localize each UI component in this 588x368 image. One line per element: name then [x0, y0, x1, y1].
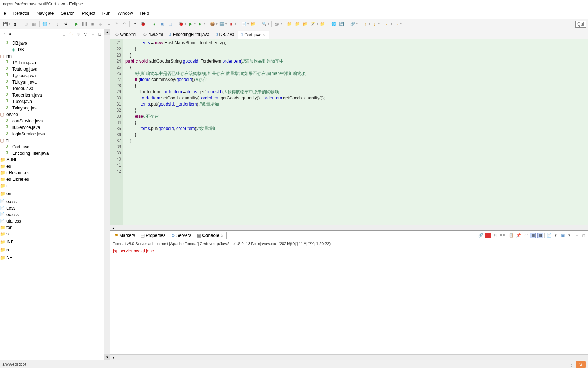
- run-icon[interactable]: ▶: [187, 21, 194, 28]
- tree-item[interactable]: JTLiuyan.java: [0, 79, 104, 85]
- next-annot-icon[interactable]: ↓: [371, 21, 378, 28]
- package-icon[interactable]: ◫: [167, 21, 174, 28]
- maximize-icon[interactable]: □: [97, 31, 102, 37]
- tree-item[interactable]: JcartService.java: [0, 118, 104, 124]
- tree-item[interactable]: 📄utai.css: [0, 218, 104, 224]
- web-icon[interactable]: 🌐: [330, 21, 337, 28]
- tree-item[interactable]: ▢ervice: [0, 111, 104, 118]
- tree-item[interactable]: JloginService.java: [0, 131, 104, 137]
- tree-item[interactable]: 📁es: [0, 163, 104, 170]
- runext-icon[interactable]: ▶: [196, 21, 204, 28]
- open-icon[interactable]: 📂: [250, 21, 257, 28]
- folder4-icon[interactable]: 📁: [319, 21, 326, 28]
- display-console-icon[interactable]: ▣: [560, 233, 566, 238]
- resume-icon[interactable]: ▶: [73, 21, 80, 28]
- tree-item[interactable]: JTxinyong.java: [0, 105, 104, 111]
- fwd-icon[interactable]: →: [393, 21, 400, 28]
- pause-icon[interactable]: ❚❚: [81, 21, 88, 28]
- browser-icon[interactable]: 🌐: [41, 21, 49, 28]
- tree-item[interactable]: 📁t Resources: [0, 170, 104, 176]
- new-pkg-icon[interactable]: 📦: [209, 21, 216, 28]
- close-console-icon[interactable]: ✕: [220, 234, 223, 238]
- minimize-icon[interactable]: －: [90, 31, 95, 37]
- tree-item[interactable]: JTorderItem.java: [0, 92, 104, 98]
- link-editor-icon[interactable]: ⇆: [68, 31, 74, 37]
- menu-window[interactable]: Window: [114, 9, 137, 17]
- prev-annot-icon[interactable]: ↑: [362, 21, 369, 28]
- folder-icon[interactable]: 📁: [286, 21, 293, 28]
- tree-item[interactable]: ▢til: [0, 137, 104, 144]
- focus-icon[interactable]: ⊕: [75, 31, 81, 37]
- quick-access[interactable]: Qui: [575, 21, 586, 28]
- tab-markers[interactable]: ⚑Markers: [111, 232, 138, 239]
- sidebar-scrollbar[interactable]: ▴ ▾: [104, 29, 110, 360]
- editor-tab[interactable]: <>web.xml: [111, 30, 140, 39]
- console-output[interactable]: jsp servlet mysql jdbc: [110, 248, 588, 354]
- code-editor[interactable]: 2122232425262728293031323334353637383940…: [110, 39, 588, 225]
- save-all-icon[interactable]: 🗎: [11, 21, 18, 28]
- file-tree[interactable]: JDB.java◉DB▢rmJTAdmin.javaJTcatelog.java…: [0, 39, 104, 360]
- stepreturn-icon[interactable]: ↶: [120, 21, 128, 28]
- tree-item[interactable]: JTcatelog.java: [0, 66, 104, 72]
- stop-server-icon[interactable]: ■: [228, 21, 235, 28]
- tree-item[interactable]: ◉DB: [0, 46, 104, 53]
- build-icon[interactable]: ●: [151, 21, 158, 28]
- disconnect-icon[interactable]: ⎋: [97, 21, 104, 28]
- scroll-down-icon[interactable]: ▾: [104, 354, 110, 360]
- tree-item[interactable]: 📁n: [0, 247, 104, 253]
- stepover-icon[interactable]: ↷: [113, 21, 120, 28]
- tree-item[interactable]: 📄e.css: [0, 198, 104, 205]
- wand-icon[interactable]: 🪄: [310, 21, 317, 28]
- tree-item[interactable]: JTAdmin.java: [0, 59, 104, 66]
- tab-servers[interactable]: ⚙Servers: [168, 232, 194, 239]
- editor-tab[interactable]: JEncodingFilter.java: [166, 30, 213, 39]
- remove-all-icon[interactable]: ✕✕: [500, 233, 505, 238]
- debug-icon[interactable]: 🐞: [178, 21, 185, 28]
- wrap-icon[interactable]: ↩: [523, 233, 529, 238]
- scroll-up-icon[interactable]: ▴: [104, 29, 110, 35]
- status-menu-icon[interactable]: ⋮: [569, 362, 574, 367]
- tree-item[interactable]: JCart.java: [0, 144, 104, 150]
- menu-navigate[interactable]: Navigate: [33, 9, 57, 17]
- close-icon[interactable]: ✕: [9, 32, 12, 36]
- menu-project[interactable]: Project: [78, 9, 99, 17]
- toggle-mark-icon[interactable]: ⊞: [22, 21, 29, 28]
- folder2-icon[interactable]: 📁: [294, 21, 301, 28]
- tree-item[interactable]: 📄t.css: [0, 205, 104, 211]
- editor-hscrollbar[interactable]: ◂: [110, 225, 588, 230]
- tree-item[interactable]: 📁NF: [0, 255, 104, 261]
- editor-tab[interactable]: JCart.java✕: [238, 31, 269, 39]
- stepinto-icon[interactable]: ↴: [105, 21, 112, 28]
- menu-help[interactable]: Help: [137, 9, 153, 17]
- tree-item[interactable]: JTgoods.java: [0, 72, 104, 79]
- tree-item[interactable]: 📁s: [0, 231, 104, 237]
- menu-file[interactable]: e: [0, 9, 10, 17]
- scroll-left-icon[interactable]: ◂: [110, 225, 116, 230]
- skip-icon[interactable]: ⤵: [54, 21, 61, 28]
- view-menu-icon[interactable]: ▽: [82, 31, 88, 37]
- remove-terminated-icon[interactable]: ✕: [492, 233, 498, 238]
- console-hscrollbar[interactable]: ◂: [110, 354, 588, 360]
- tree-item[interactable]: 📁INF: [0, 239, 104, 245]
- show-err-icon[interactable]: ▤: [537, 233, 543, 238]
- open-console-icon[interactable]: 📄: [546, 233, 552, 238]
- close-tab-icon[interactable]: ✕: [263, 33, 266, 37]
- tree-item[interactable]: 📁on: [0, 190, 104, 197]
- new-class-icon[interactable]: 🆕: [218, 21, 225, 28]
- project-icon[interactable]: ▣: [159, 21, 166, 28]
- menu-refactor[interactable]: Refactor: [10, 9, 33, 17]
- stop-icon[interactable]: ■: [89, 21, 96, 28]
- tree-item[interactable]: 📄ex.css: [0, 211, 104, 218]
- tab-console[interactable]: ▣Console ✕: [194, 232, 226, 239]
- search-icon[interactable]: 🔍: [261, 21, 268, 28]
- tree-item[interactable]: 📁tor: [0, 224, 104, 231]
- folder3-icon[interactable]: 📂: [302, 21, 309, 28]
- show-output-icon[interactable]: ▤: [530, 233, 536, 238]
- explorer-tab[interactable]: r: [1, 31, 7, 37]
- terminate-icon[interactable]: [485, 233, 491, 238]
- min-console-icon[interactable]: －: [574, 233, 579, 238]
- step-icon[interactable]: ↯: [62, 21, 69, 28]
- tree-item[interactable]: 📁A-INF: [0, 157, 104, 163]
- tree-item[interactable]: ▢rm: [0, 53, 104, 59]
- pin-icon[interactable]: 📌: [516, 233, 521, 238]
